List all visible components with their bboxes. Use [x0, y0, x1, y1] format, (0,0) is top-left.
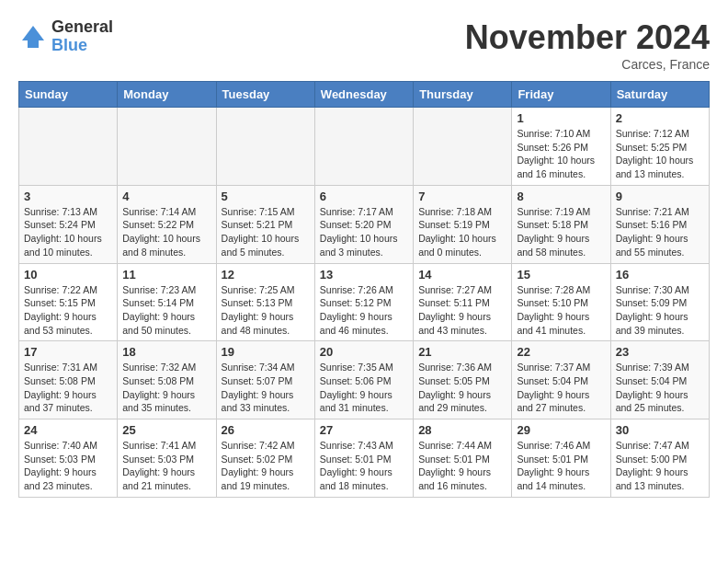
calendar-cell: 9Sunrise: 7:21 AMSunset: 5:16 PMDaylight… — [610, 185, 709, 263]
day-info: Sunrise: 7:39 AMSunset: 5:04 PMDaylight:… — [616, 361, 704, 415]
day-info: Sunrise: 7:25 AMSunset: 5:13 PMDaylight:… — [222, 283, 310, 338]
svg-rect-2 — [28, 40, 39, 48]
calendar-cell: 22Sunrise: 7:37 AMSunset: 5:04 PMDayligh… — [512, 341, 610, 419]
calendar-cell: 5Sunrise: 7:15 AMSunset: 5:21 PMDaylight… — [216, 185, 314, 263]
calendar-cell: 24Sunrise: 7:40 AMSunset: 5:03 PMDayligh… — [19, 419, 118, 498]
column-header-tuesday: Tuesday — [216, 82, 314, 108]
logo: General Blue — [18, 18, 113, 55]
location-text: Carces, France — [465, 57, 710, 72]
day-number: 25 — [122, 423, 210, 437]
day-info: Sunrise: 7:22 AMSunset: 5:15 PMDaylight:… — [24, 283, 112, 338]
day-info: Sunrise: 7:40 AMSunset: 5:03 PMDaylight:… — [24, 439, 112, 493]
day-info: Sunrise: 7:32 AMSunset: 5:08 PMDaylight:… — [122, 361, 210, 415]
calendar-cell: 19Sunrise: 7:34 AMSunset: 5:07 PMDayligh… — [216, 341, 314, 419]
day-number: 20 — [320, 345, 408, 359]
day-number: 9 — [616, 190, 704, 203]
day-info: Sunrise: 7:14 AMSunset: 5:22 PMDaylight:… — [122, 205, 210, 259]
logo-icon — [18, 22, 48, 52]
title-block: November 2024 Carces, France — [465, 18, 710, 72]
day-number: 19 — [222, 345, 310, 359]
day-number: 16 — [616, 268, 704, 282]
calendar-cell: 21Sunrise: 7:36 AMSunset: 5:05 PMDayligh… — [414, 341, 512, 419]
calendar-cell: 13Sunrise: 7:26 AMSunset: 5:12 PMDayligh… — [314, 263, 413, 341]
logo-blue-text: Blue — [51, 37, 113, 55]
calendar-cell: 18Sunrise: 7:32 AMSunset: 5:08 PMDayligh… — [118, 341, 216, 419]
day-info: Sunrise: 7:13 AMSunset: 5:24 PMDaylight:… — [24, 205, 112, 259]
day-info: Sunrise: 7:10 AMSunset: 5:26 PMDaylight:… — [517, 127, 605, 181]
calendar-row: 17Sunrise: 7:31 AMSunset: 5:08 PMDayligh… — [19, 341, 710, 419]
day-info: Sunrise: 7:26 AMSunset: 5:12 PMDaylight:… — [320, 283, 408, 338]
day-info: Sunrise: 7:35 AMSunset: 5:06 PMDaylight:… — [320, 361, 408, 415]
day-info: Sunrise: 7:44 AMSunset: 5:01 PMDaylight:… — [418, 439, 506, 493]
day-info: Sunrise: 7:19 AMSunset: 5:18 PMDaylight:… — [517, 205, 605, 259]
day-info: Sunrise: 7:23 AMSunset: 5:14 PMDaylight:… — [122, 283, 210, 338]
day-number: 27 — [320, 423, 408, 437]
calendar-cell: 3Sunrise: 7:13 AMSunset: 5:24 PMDaylight… — [19, 185, 118, 263]
calendar-cell: 30Sunrise: 7:47 AMSunset: 5:00 PMDayligh… — [610, 419, 709, 498]
calendar-row: 10Sunrise: 7:22 AMSunset: 5:15 PMDayligh… — [19, 263, 710, 341]
day-info: Sunrise: 7:46 AMSunset: 5:01 PMDaylight:… — [517, 439, 605, 493]
day-number: 8 — [517, 190, 605, 203]
day-number: 28 — [418, 423, 506, 437]
day-info: Sunrise: 7:17 AMSunset: 5:20 PMDaylight:… — [320, 205, 408, 259]
page-header: General Blue November 2024 Carces, Franc… — [18, 18, 710, 72]
day-number: 1 — [517, 111, 605, 125]
calendar-cell: 11Sunrise: 7:23 AMSunset: 5:14 PMDayligh… — [118, 263, 216, 341]
calendar-cell: 2Sunrise: 7:12 AMSunset: 5:25 PMDaylight… — [610, 108, 709, 186]
column-header-saturday: Saturday — [610, 82, 709, 108]
calendar-cell — [414, 108, 512, 186]
column-header-monday: Monday — [118, 82, 216, 108]
calendar-cell: 27Sunrise: 7:43 AMSunset: 5:01 PMDayligh… — [314, 419, 413, 498]
calendar-cell: 14Sunrise: 7:27 AMSunset: 5:11 PMDayligh… — [414, 263, 512, 341]
day-number: 17 — [24, 345, 112, 359]
day-number: 30 — [616, 423, 704, 437]
day-info: Sunrise: 7:36 AMSunset: 5:05 PMDaylight:… — [418, 361, 506, 415]
logo-general-text: General — [51, 18, 113, 37]
calendar-cell: 7Sunrise: 7:18 AMSunset: 5:19 PMDaylight… — [414, 185, 512, 263]
day-info: Sunrise: 7:34 AMSunset: 5:07 PMDaylight:… — [222, 361, 310, 415]
day-number: 18 — [122, 345, 210, 359]
day-number: 26 — [222, 423, 310, 437]
calendar-cell: 6Sunrise: 7:17 AMSunset: 5:20 PMDaylight… — [314, 185, 413, 263]
day-number: 4 — [122, 190, 210, 203]
calendar-row: 1Sunrise: 7:10 AMSunset: 5:26 PMDaylight… — [19, 108, 710, 186]
day-number: 3 — [24, 190, 112, 203]
day-info: Sunrise: 7:37 AMSunset: 5:04 PMDaylight:… — [517, 361, 605, 415]
calendar-cell: 12Sunrise: 7:25 AMSunset: 5:13 PMDayligh… — [216, 263, 314, 341]
calendar-cell: 29Sunrise: 7:46 AMSunset: 5:01 PMDayligh… — [512, 419, 610, 498]
month-title: November 2024 — [465, 18, 710, 57]
calendar-header-row: SundayMondayTuesdayWednesdayThursdayFrid… — [19, 82, 710, 108]
day-info: Sunrise: 7:42 AMSunset: 5:02 PMDaylight:… — [222, 439, 310, 493]
calendar-cell — [216, 108, 314, 186]
day-info: Sunrise: 7:15 AMSunset: 5:21 PMDaylight:… — [222, 205, 310, 259]
calendar-cell: 23Sunrise: 7:39 AMSunset: 5:04 PMDayligh… — [610, 341, 709, 419]
day-info: Sunrise: 7:43 AMSunset: 5:01 PMDaylight:… — [320, 439, 408, 493]
column-header-thursday: Thursday — [414, 82, 512, 108]
day-info: Sunrise: 7:30 AMSunset: 5:09 PMDaylight:… — [616, 283, 704, 338]
calendar-cell: 25Sunrise: 7:41 AMSunset: 5:03 PMDayligh… — [118, 419, 216, 498]
day-number: 7 — [418, 190, 506, 203]
day-number: 10 — [24, 268, 112, 282]
day-number: 13 — [320, 268, 408, 282]
calendar-row: 24Sunrise: 7:40 AMSunset: 5:03 PMDayligh… — [19, 419, 710, 498]
day-number: 22 — [517, 345, 605, 359]
day-info: Sunrise: 7:27 AMSunset: 5:11 PMDaylight:… — [418, 283, 506, 338]
calendar-cell: 1Sunrise: 7:10 AMSunset: 5:26 PMDaylight… — [512, 108, 610, 186]
day-number: 5 — [222, 190, 310, 203]
day-info: Sunrise: 7:12 AMSunset: 5:25 PMDaylight:… — [616, 127, 704, 181]
day-number: 24 — [24, 423, 112, 437]
calendar-cell: 20Sunrise: 7:35 AMSunset: 5:06 PMDayligh… — [314, 341, 413, 419]
calendar-cell: 4Sunrise: 7:14 AMSunset: 5:22 PMDaylight… — [118, 185, 216, 263]
day-info: Sunrise: 7:21 AMSunset: 5:16 PMDaylight:… — [616, 205, 704, 259]
day-info: Sunrise: 7:18 AMSunset: 5:19 PMDaylight:… — [418, 205, 506, 259]
calendar-cell — [19, 108, 118, 186]
calendar-cell: 16Sunrise: 7:30 AMSunset: 5:09 PMDayligh… — [610, 263, 709, 341]
calendar-cell: 28Sunrise: 7:44 AMSunset: 5:01 PMDayligh… — [414, 419, 512, 498]
day-number: 2 — [616, 111, 704, 125]
day-info: Sunrise: 7:28 AMSunset: 5:10 PMDaylight:… — [517, 283, 605, 338]
calendar-cell: 15Sunrise: 7:28 AMSunset: 5:10 PMDayligh… — [512, 263, 610, 341]
calendar-table: SundayMondayTuesdayWednesdayThursdayFrid… — [18, 81, 710, 498]
calendar-cell: 26Sunrise: 7:42 AMSunset: 5:02 PMDayligh… — [216, 419, 314, 498]
day-info: Sunrise: 7:31 AMSunset: 5:08 PMDaylight:… — [24, 361, 112, 415]
day-number: 14 — [418, 268, 506, 282]
